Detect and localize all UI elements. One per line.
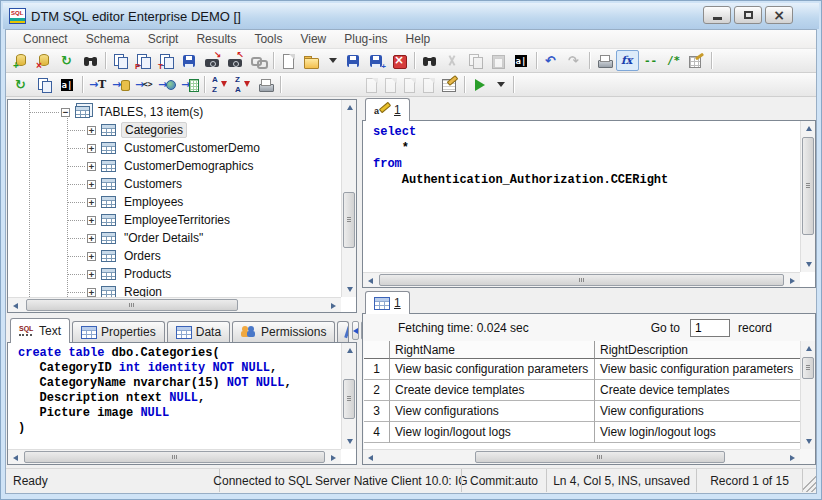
- scrollbar-thumb[interactable]: [802, 137, 814, 235]
- scroll-left-button[interactable]: [363, 450, 378, 465]
- menu-connect[interactable]: Connect: [14, 32, 77, 46]
- grid-horizontal-scrollbar[interactable]: [363, 449, 800, 464]
- scroll-left-button[interactable]: [8, 450, 23, 465]
- results-grid[interactable]: RightName RightDescription 1 View basic …: [364, 341, 800, 449]
- editor-vertical-scrollbar[interactable]: [800, 121, 815, 272]
- scroll-right-button[interactable]: [326, 298, 341, 313]
- drop-database-button[interactable]: ×: [33, 50, 56, 71]
- sql-wizard-button[interactable]: [685, 50, 708, 71]
- maximize-button[interactable]: [734, 6, 762, 24]
- menu-help[interactable]: Help: [397, 32, 440, 46]
- new-script-button[interactable]: [277, 50, 300, 71]
- tree-item-tables[interactable]: TABLES, 13 item(s): [9, 103, 341, 121]
- print-button[interactable]: [593, 50, 616, 71]
- sort-descending-button[interactable]: [231, 74, 254, 95]
- menu-tools[interactable]: Tools: [245, 32, 291, 46]
- redo-button[interactable]: [563, 50, 586, 71]
- tree-item-customercustomerdemo[interactable]: CustomerCustomerDemo: [9, 139, 341, 157]
- close-button[interactable]: ×: [765, 6, 793, 24]
- tree-item-employees[interactable]: Employees: [9, 193, 341, 211]
- scroll-up-button[interactable]: [801, 121, 816, 136]
- scroll-down-button[interactable]: [342, 434, 357, 449]
- title-bar[interactable]: DTM SQL editor Enterprise DEMO [] ×: [3, 3, 819, 29]
- grid-vertical-scrollbar[interactable]: [800, 341, 815, 449]
- select-all-results-button[interactable]: [56, 74, 79, 95]
- tree-item-employeeterritories[interactable]: EmployeeTerritories: [9, 211, 341, 229]
- tab-tools-partial[interactable]: [337, 321, 349, 342]
- table-row[interactable]: 1 View basic configuration parameters Vi…: [364, 359, 800, 380]
- export-xml-button[interactable]: [132, 74, 155, 95]
- expand-icon[interactable]: [87, 162, 96, 171]
- select-all-button[interactable]: [510, 50, 533, 71]
- editor-horizontal-scrollbar[interactable]: [363, 272, 800, 287]
- expand-icon[interactable]: [87, 252, 96, 261]
- sort-ascending-button[interactable]: [208, 74, 231, 95]
- expand-icon[interactable]: [87, 126, 96, 135]
- close-script-button[interactable]: [388, 50, 411, 71]
- save-all-button[interactable]: +: [365, 50, 388, 71]
- open-script-button[interactable]: [300, 50, 323, 71]
- scroll-down-button[interactable]: [801, 434, 816, 449]
- scroll-left-button[interactable]: [363, 273, 378, 288]
- scroll-down-button[interactable]: [801, 257, 816, 272]
- doc-arrow-4-button[interactable]: [419, 74, 438, 95]
- scroll-up-button[interactable]: [801, 341, 816, 356]
- copy-properties-button[interactable]: P: [132, 50, 155, 71]
- menu-plugins[interactable]: Plug-ins: [335, 32, 396, 46]
- menu-results[interactable]: Results: [187, 32, 245, 46]
- scroll-right-button[interactable]: [326, 450, 341, 465]
- tree-item-customers[interactable]: Customers: [9, 175, 341, 193]
- scrollbar-thumb[interactable]: [802, 357, 814, 379]
- scrollbar-thumb[interactable]: [343, 192, 355, 248]
- scrollbar-thumb[interactable]: [24, 451, 325, 463]
- expand-icon[interactable]: [87, 288, 96, 297]
- expand-icon[interactable]: [87, 180, 96, 189]
- resize-grip[interactable]: [802, 469, 816, 492]
- tree-item-region[interactable]: Region: [9, 283, 341, 297]
- sql-editor-area[interactable]: select * from Authentication_Authorizati…: [364, 121, 800, 272]
- doc-arrow-2-button[interactable]: [381, 74, 400, 95]
- copy-object-button[interactable]: [109, 50, 132, 71]
- export-html-button[interactable]: [155, 74, 178, 95]
- menu-script[interactable]: Script: [139, 32, 188, 46]
- execute-button[interactable]: [468, 74, 491, 95]
- paste-button[interactable]: [487, 50, 510, 71]
- ddl-vertical-scrollbar[interactable]: [341, 343, 356, 449]
- scroll-up-button[interactable]: [342, 343, 357, 358]
- print-results-button[interactable]: [254, 74, 277, 95]
- save-script-button[interactable]: [342, 50, 365, 71]
- save-snapshot-button[interactable]: [178, 50, 201, 71]
- menu-schema[interactable]: Schema: [77, 32, 139, 46]
- minimize-button[interactable]: [703, 6, 731, 24]
- menu-view[interactable]: View: [291, 32, 335, 46]
- scrollbar-thumb[interactable]: [26, 299, 238, 311]
- tree-vertical-scrollbar[interactable]: [341, 100, 356, 297]
- table-row[interactable]: 3 View configurations View configuration…: [364, 401, 800, 422]
- tab-sql-text[interactable]: Text: [10, 318, 70, 343]
- scroll-right-button[interactable]: [785, 273, 800, 288]
- collapse-icon[interactable]: [61, 108, 70, 117]
- table-row[interactable]: 2 Create device templates Create device …: [364, 380, 800, 401]
- link-button[interactable]: [247, 50, 270, 71]
- cut-button[interactable]: [441, 50, 464, 71]
- expand-icon[interactable]: [87, 144, 96, 153]
- ddl-horizontal-scrollbar[interactable]: [8, 449, 341, 464]
- edit-properties-button[interactable]: [438, 74, 461, 95]
- import-snapshot-button[interactable]: [201, 50, 224, 71]
- tab-scroll-left-button[interactable]: [352, 321, 359, 340]
- comment-block-button[interactable]: [662, 50, 685, 71]
- editor-tab-1[interactable]: 1: [365, 98, 410, 121]
- scroll-up-button[interactable]: [342, 100, 357, 115]
- doc-arrow-3-button[interactable]: [400, 74, 419, 95]
- comment-line-button[interactable]: [639, 50, 662, 71]
- export-text-button[interactable]: [86, 74, 109, 95]
- tree-item-categories[interactable]: Categories: [9, 121, 341, 139]
- add-database-button[interactable]: +: [10, 50, 33, 71]
- expand-icon[interactable]: [87, 216, 96, 225]
- export-database-button[interactable]: [109, 74, 132, 95]
- column-header-rightdescription[interactable]: RightDescription: [595, 341, 800, 359]
- open-script-dropdown[interactable]: [323, 50, 342, 71]
- expand-icon[interactable]: [87, 198, 96, 207]
- scroll-right-button[interactable]: [785, 450, 800, 465]
- tab-properties[interactable]: Properties: [72, 321, 165, 342]
